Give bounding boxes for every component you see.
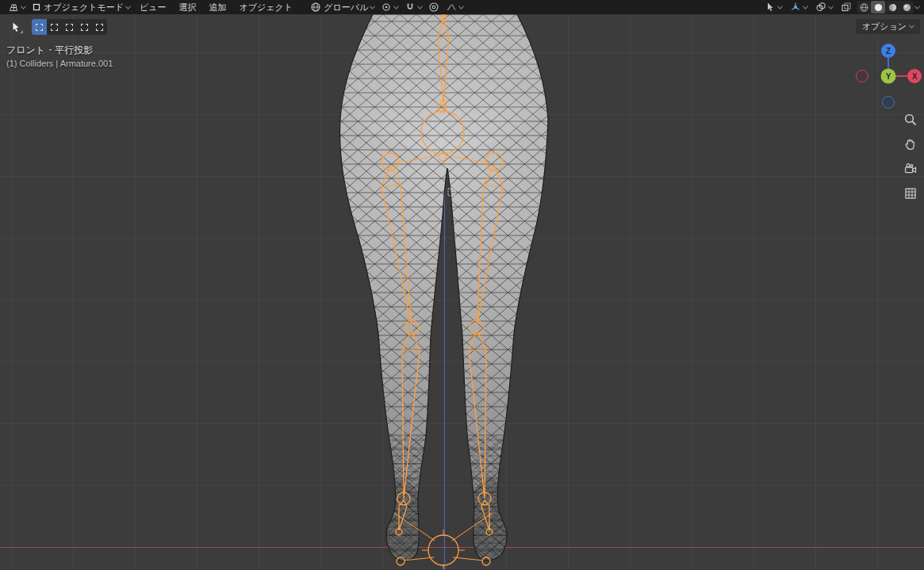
box-select-extend-icon [51,24,58,31]
box-select-icon [36,24,43,31]
gizmo-y-label: Y [886,72,891,81]
tweak-cursor-icon [10,21,21,33]
proportional-editing-toggle[interactable] [425,0,443,14]
chevron-down-icon [125,3,131,9]
select-box-subtract-button[interactable] [62,19,77,35]
editor-type-button[interactable] [5,0,29,14]
menu-select[interactable]: 選択 [173,0,203,14]
viewport-side-tools [903,112,918,201]
xray-icon [841,2,852,13]
chevron-down-icon [370,3,375,9]
chevron-down-icon [393,3,399,9]
orientation-label: グローバル [324,2,368,13]
chevron-down-icon [828,3,834,9]
body-mesh[interactable] [329,0,567,570]
overlays-icon [815,2,826,13]
material-sphere-icon [888,2,898,13]
menu-add[interactable]: 追加 [203,0,233,14]
viewport-canvas[interactable] [0,0,924,570]
shading-solid-button[interactable] [871,1,885,13]
select-box-invert-button[interactable] [77,19,92,35]
proportional-editing-icon [428,2,439,13]
object-mode-icon [32,2,41,12]
mode-dropdown[interactable]: オブジェクトモード [29,0,133,14]
xray-toggle[interactable] [838,0,855,14]
blender-window: フロント・平行投影 (1) Colliders | Armature.001 Z… [0,0,924,570]
shading-mode-group [857,1,914,13]
box-select-intersect-icon [96,24,103,31]
snap-toggle-and-settings[interactable] [401,0,425,14]
menu-view[interactable]: ビュー [133,0,173,14]
orientation-globe-icon [310,2,321,13]
box-select-subtract-icon [66,24,73,31]
tool-header [6,19,107,35]
select-box-new-button[interactable] [32,19,47,35]
breadcrumb: (1) Colliders | Armature.001 [6,59,113,68]
chevron-down-icon [803,3,808,9]
select-box-intersect-button[interactable] [92,19,107,35]
gizmo-z-label: Z [886,47,891,55]
gizmo-minus-x-ball[interactable] [857,71,868,82]
viewport-header: オブジェクトモード ビュー 選択 追加 オブジェクト グローバル [0,0,924,14]
hand-icon [903,137,918,151]
header-right-cluster [761,0,919,14]
pivot-point-dropdown[interactable] [378,0,401,14]
grid-icon [903,186,918,201]
gizmo-x-label: X [912,72,918,81]
toggle-ortho-button[interactable] [903,186,918,201]
pan-button[interactable] [903,136,918,152]
chevron-down-icon [417,3,423,9]
mode-label: オブジェクトモード [44,2,124,13]
magnifier-icon [903,113,918,127]
cursor-select-icon [765,2,776,13]
camera-view-button[interactable] [903,161,918,177]
box-select-invert-icon [81,24,88,31]
zoom-button[interactable] [903,112,918,128]
chevron-down-icon [458,3,464,9]
object-visibility-dropdown[interactable] [761,0,785,14]
options-button[interactable]: オプション [856,19,920,34]
select-box-extend-button[interactable] [47,19,62,35]
shading-rendered-button[interactable] [899,1,914,13]
gizmos-dropdown[interactable] [787,0,811,14]
magnet-icon [404,2,416,13]
wireframe-sphere-icon [859,2,869,13]
chevron-down-icon [777,3,783,9]
transform-orientation-dropdown[interactable]: グローバル [307,0,378,14]
chevron-down-icon [914,3,920,9]
chevron-down-icon [21,3,26,9]
select-mode-group [32,19,107,35]
view-orientation-label: フロント・平行投影 [6,44,93,57]
proportional-falloff-dropdown[interactable] [443,0,466,14]
shading-material-button[interactable] [885,1,899,13]
menu-object[interactable]: オブジェクト [233,0,300,14]
falloff-curve-icon [446,2,457,13]
gizmo-icon [790,2,801,13]
shading-wireframe-button[interactable] [857,1,871,13]
active-tool-button[interactable] [6,19,25,35]
gizmo-minus-z-ball[interactable] [883,97,895,109]
pivot-point-icon [381,2,392,13]
navigation-gizmo[interactable]: Z X Y [853,40,924,112]
rendered-sphere-icon [902,2,912,13]
options-label: オプション [862,21,907,33]
3d-viewport-editor-icon [8,2,19,13]
overlays-dropdown[interactable] [812,0,836,14]
solid-sphere-icon [873,2,884,13]
chevron-down-icon [909,23,914,29]
camera-icon [903,162,918,176]
